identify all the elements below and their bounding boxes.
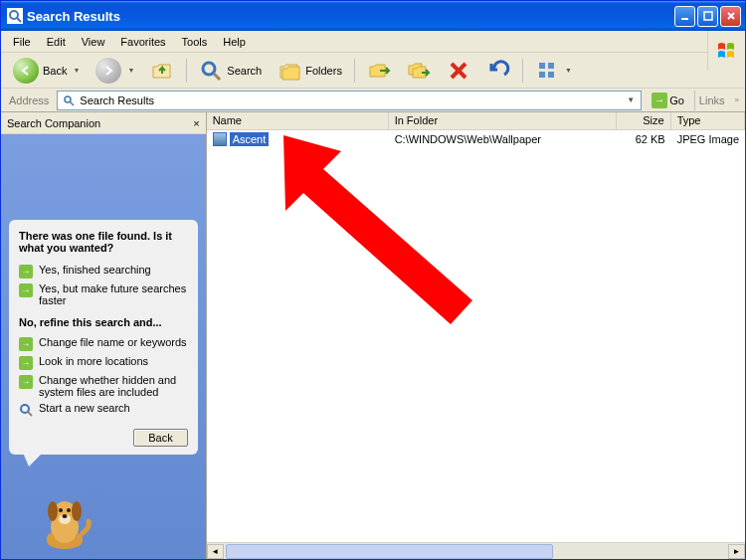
back-button[interactable]: Back ▼ (7, 55, 86, 87)
maximize-button[interactable] (697, 6, 718, 27)
minimize-button[interactable] (674, 6, 695, 27)
scroll-track[interactable] (224, 544, 728, 559)
svg-line-19 (28, 412, 32, 416)
copy-to-icon (407, 59, 431, 83)
close-button[interactable] (720, 6, 741, 27)
svg-point-30 (63, 514, 68, 518)
links-label[interactable]: Links (694, 91, 729, 110)
search-icon (19, 403, 33, 417)
result-row[interactable]: Ascent C:\WINDOWS\Web\Wallpaper 62 KB JP… (207, 130, 745, 147)
search-companion-pane: There was one file found. Is it what you… (1, 134, 206, 559)
arrow-icon: → (19, 265, 33, 279)
app-icon (7, 8, 23, 24)
horizontal-scrollbar[interactable]: ◄ ► (207, 542, 745, 559)
opt-change-name[interactable]: →Change file name or keywords (19, 334, 188, 353)
col-type[interactable]: Type (671, 112, 745, 129)
go-button[interactable]: → Go (646, 91, 690, 110)
arrow-icon: → (19, 337, 33, 351)
titlebar[interactable]: Search Results (1, 1, 745, 31)
svg-rect-12 (548, 63, 554, 69)
arrow-icon: → (19, 283, 33, 297)
links-chevron-icon[interactable]: » (733, 95, 741, 104)
col-name[interactable]: Name (207, 112, 389, 129)
balloon-heading: There was one file found. Is it what you… (19, 230, 188, 254)
copy-to-button[interactable] (401, 56, 437, 86)
delete-icon (447, 59, 470, 83)
companion-back-button[interactable]: Back (133, 429, 187, 447)
search-button[interactable]: Search (193, 56, 268, 86)
svg-point-25 (48, 501, 58, 521)
views-button[interactable]: ▼ (529, 56, 578, 86)
col-size[interactable]: Size (617, 112, 671, 129)
chevron-down-icon[interactable]: ▼ (627, 95, 637, 104)
svg-rect-4 (704, 12, 712, 20)
forward-icon (95, 58, 121, 84)
scroll-thumb[interactable] (226, 544, 554, 559)
undo-icon (486, 59, 510, 83)
svg-point-29 (67, 508, 71, 512)
svg-rect-13 (539, 72, 545, 78)
svg-rect-14 (548, 72, 554, 78)
opt-faster[interactable]: →Yes, but make future searches faster (19, 280, 188, 308)
close-pane-button[interactable]: × (193, 117, 199, 129)
svg-line-8 (214, 74, 220, 80)
menu-file[interactable]: File (5, 34, 39, 50)
svg-point-7 (203, 63, 215, 75)
up-button[interactable] (144, 56, 180, 86)
addressbar: Address Search Results ▼ → Go Links » (1, 89, 745, 112)
delete-button[interactable] (441, 56, 476, 86)
opt-new-search[interactable]: Start a new search (19, 400, 188, 419)
move-to-button[interactable] (361, 56, 397, 86)
chevron-down-icon: ▼ (565, 67, 572, 74)
companion-balloon: There was one file found. Is it what you… (9, 220, 198, 455)
menu-tools[interactable]: Tools (174, 34, 216, 50)
folder-up-icon (150, 59, 174, 83)
scroll-left-button[interactable]: ◄ (207, 544, 224, 559)
menu-edit[interactable]: Edit (39, 34, 74, 50)
column-headers: Name In Folder Size Type (207, 112, 745, 130)
col-folder[interactable]: In Folder (389, 112, 617, 129)
chevron-down-icon: ▼ (73, 67, 80, 74)
menu-help[interactable]: Help (215, 34, 254, 50)
arrow-icon: → (19, 375, 33, 389)
svg-point-23 (47, 533, 55, 545)
window-title: Search Results (27, 9, 120, 24)
search-results-icon (62, 93, 76, 107)
search-companion-header: Search Companion × (1, 112, 206, 134)
svg-point-28 (59, 508, 63, 512)
svg-point-26 (72, 501, 82, 521)
folders-button[interactable]: Folders (272, 56, 348, 86)
search-dog-icon[interactable] (35, 495, 94, 553)
menu-favorites[interactable]: Favorites (112, 34, 173, 50)
opt-more-locations[interactable]: →Look in more locations (19, 353, 188, 372)
menu-view[interactable]: View (74, 34, 113, 50)
menubar: File Edit View Favorites Tools Help (1, 31, 745, 53)
svg-rect-11 (539, 63, 545, 69)
svg-point-18 (21, 405, 29, 413)
chevron-down-icon: ▼ (127, 67, 134, 74)
image-file-icon (213, 132, 227, 146)
back-icon (13, 58, 39, 84)
arrow-icon: → (19, 356, 33, 370)
move-to-icon (367, 59, 391, 83)
opt-hidden-system[interactable]: →Change whether hidden and system files … (19, 372, 188, 400)
svg-rect-3 (681, 18, 688, 20)
toolbar: Back ▼ ▼ Search Folders (1, 53, 745, 89)
forward-button[interactable]: ▼ (90, 55, 140, 87)
folders-icon (278, 59, 301, 83)
opt-finished[interactable]: →Yes, finished searching (19, 262, 188, 280)
views-icon (535, 59, 559, 83)
search-icon (199, 59, 223, 83)
address-input[interactable]: Search Results ▼ (57, 91, 642, 110)
windows-flag-icon (707, 31, 745, 71)
go-icon: → (652, 93, 667, 108)
scroll-right-button[interactable]: ► (728, 544, 745, 559)
undo-button[interactable] (480, 56, 516, 86)
refine-heading: No, refine this search and... (19, 316, 188, 328)
address-label: Address (5, 94, 53, 106)
results-list: Name In Folder Size Type Ascent C:\WINDO… (207, 112, 745, 559)
